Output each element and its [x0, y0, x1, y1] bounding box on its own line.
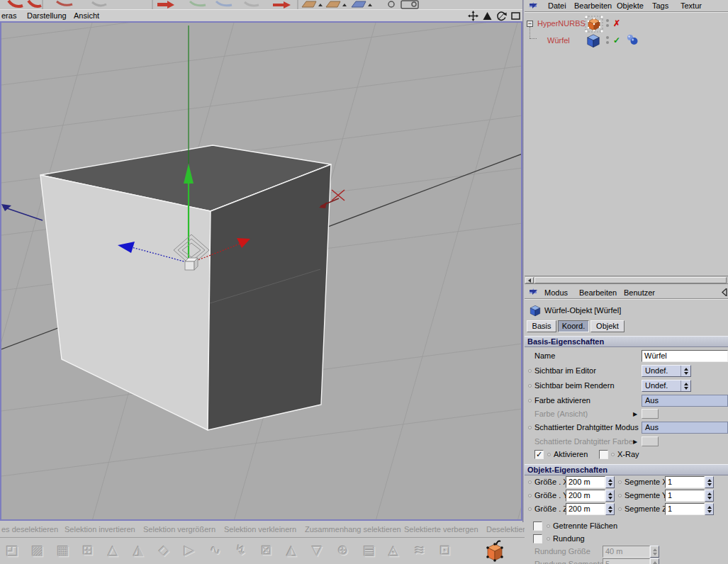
- phong-tag-icon[interactable]: [626, 33, 639, 47]
- anim-dot[interactable]: [528, 507, 532, 511]
- tool-icon[interactable]: ▽: [312, 542, 323, 558]
- om-menu-datei[interactable]: Datei: [548, 1, 566, 10]
- cmd-shrink-selection[interactable]: Selektion verkleinern: [224, 525, 296, 534]
- cmd-deselect-all[interactable]: es deselektieren: [1, 525, 58, 534]
- cube-object-icon[interactable]: [586, 33, 601, 50]
- anim-dot[interactable]: [547, 524, 550, 528]
- updown-icon[interactable]: [681, 366, 690, 376]
- pan-icon[interactable]: [467, 11, 478, 21]
- tool-icon[interactable]: ≋: [414, 542, 425, 558]
- sichtbar-rendern-dropdown[interactable]: Undef.: [642, 380, 691, 392]
- tool-icon[interactable]: ▤: [363, 542, 376, 558]
- name-input[interactable]: Würfel: [642, 350, 728, 362]
- tool-icon[interactable]: △: [108, 542, 118, 558]
- spinner-icon[interactable]: [605, 476, 615, 488]
- tool-icon[interactable]: ⊞: [82, 542, 94, 558]
- cube-object[interactable]: [40, 145, 331, 430]
- anim-dot[interactable]: [547, 537, 550, 541]
- menu-darstellung[interactable]: Darstellung: [27, 11, 67, 20]
- segmente-z-input[interactable]: 1: [665, 503, 705, 515]
- spinner-icon[interactable]: [705, 503, 714, 515]
- tool-icon[interactable]: ◰: [6, 542, 18, 558]
- anim-dot[interactable]: [528, 480, 532, 484]
- tool-icon[interactable]: ▷: [184, 542, 195, 558]
- am-menu-modus[interactable]: Modus: [544, 288, 568, 297]
- toggle-view-icon[interactable]: [510, 11, 521, 21]
- section-basis-eigenschaften[interactable]: Basis-Eigenschaften: [525, 336, 728, 347]
- aktivieren-checkbox[interactable]: ✓: [534, 450, 544, 459]
- anim-dot[interactable]: [547, 453, 551, 456]
- segmente-y-input[interactable]: 1: [665, 490, 705, 502]
- spinner-icon[interactable]: [705, 476, 714, 488]
- object-row-wuerfel[interactable]: Würfel ✓: [525, 31, 728, 48]
- color-swatch[interactable]: [642, 409, 659, 419]
- object-row-hypernurbs[interactable]: − HyperNURBS ✗: [525, 16, 728, 33]
- scroll-left-icon[interactable]: [525, 277, 534, 283]
- rundung-segmente-input[interactable]: 5: [603, 558, 650, 564]
- sichtbar-editor-dropdown[interactable]: Undef.: [642, 365, 691, 377]
- visibility-dots[interactable]: [606, 19, 609, 27]
- xray-checkbox[interactable]: [599, 450, 608, 459]
- groesse-y-input[interactable]: 200 m: [566, 490, 605, 502]
- expand-arrow-icon[interactable]: ▶: [633, 411, 637, 417]
- enable-toggle-on-icon[interactable]: ✓: [613, 35, 620, 45]
- cmd-invert-selection[interactable]: Selektion invertieren: [65, 525, 135, 534]
- 3d-viewport[interactable]: [0, 21, 522, 521]
- tab-objekt[interactable]: Objekt: [590, 320, 625, 332]
- collapse-icon[interactable]: −: [527, 21, 533, 27]
- spinner-icon[interactable]: [650, 558, 659, 564]
- c4d-logo-icon[interactable]: [528, 287, 538, 298]
- hypernurbs-tool-icon[interactable]: [483, 539, 506, 564]
- am-menu-bearbeiten[interactable]: Bearbeiten: [579, 288, 617, 297]
- groesse-x-input[interactable]: 200 m: [566, 476, 605, 488]
- scrollbar-thumb[interactable]: [534, 277, 727, 283]
- tool-icon[interactable]: ◇: [159, 542, 169, 558]
- main-toolbar[interactable]: [0, 0, 525, 9]
- menu-ansicht[interactable]: Ansicht: [74, 11, 99, 20]
- cmd-hide-selected[interactable]: Selektierte verbergen: [404, 525, 478, 534]
- tab-basis[interactable]: Basis: [527, 320, 556, 332]
- anim-dot[interactable]: [618, 480, 622, 484]
- enable-toggle-off-icon[interactable]: ✗: [613, 18, 620, 28]
- tool-icon[interactable]: ▦: [57, 542, 69, 558]
- drahtgitter-modus-dropdown[interactable]: Aus: [642, 422, 728, 434]
- anim-dot[interactable]: [618, 494, 622, 497]
- tool-icon[interactable]: ▨: [31, 542, 44, 558]
- tool-icon[interactable]: ∿: [210, 542, 221, 558]
- rundung-groesse-input[interactable]: 40 m: [603, 546, 650, 558]
- anim-dot[interactable]: [611, 453, 615, 456]
- tool-icon[interactable]: ⊡: [439, 542, 451, 558]
- anim-dot[interactable]: [618, 507, 622, 511]
- spinner-icon[interactable]: [605, 503, 615, 515]
- tool-icon[interactable]: ◬: [388, 542, 399, 558]
- anim-dot[interactable]: [528, 426, 532, 429]
- segmente-x-input[interactable]: 1: [665, 476, 705, 488]
- rotate-icon[interactable]: [495, 11, 507, 21]
- c4d-logo-icon[interactable]: [528, 1, 538, 11]
- menu-kameras[interactable]: eras: [1, 11, 16, 20]
- tool-icon[interactable]: ↯: [235, 542, 247, 558]
- spinner-icon[interactable]: [650, 546, 659, 558]
- panel-chevron-icon[interactable]: [721, 288, 727, 298]
- spinner-icon[interactable]: [605, 490, 615, 502]
- cmd-grow-selection[interactable]: Selektion vergrößern: [143, 525, 215, 534]
- expand-arrow-icon[interactable]: ▶: [633, 439, 637, 445]
- getrennte-flaechen-checkbox[interactable]: [533, 521, 542, 531]
- object-name[interactable]: HyperNURBS: [537, 19, 586, 28]
- rundung-checkbox[interactable]: [533, 534, 542, 543]
- farbe-aktivieren-dropdown[interactable]: Aus: [642, 395, 728, 407]
- origin-handle[interactable]: [185, 258, 198, 270]
- color-swatch[interactable]: [642, 436, 659, 446]
- am-menu-benutzer[interactable]: Benutzer: [624, 288, 655, 297]
- horizontal-scrollbar[interactable]: [525, 276, 728, 284]
- om-menu-bearbeiten[interactable]: Bearbeiten: [574, 1, 612, 10]
- groesse-z-input[interactable]: 200 m: [566, 503, 605, 515]
- om-menu-tags[interactable]: Tags: [652, 1, 668, 10]
- cmd-select-connected[interactable]: Zusammenhang selektieren: [305, 525, 401, 534]
- spinner-icon[interactable]: [705, 490, 714, 502]
- om-menu-textur[interactable]: Textur: [681, 1, 702, 10]
- cmd-deselect[interactable]: Deselektier: [486, 525, 525, 534]
- anim-dot[interactable]: [528, 369, 532, 373]
- anim-dot[interactable]: [528, 384, 532, 388]
- anim-dot[interactable]: [528, 399, 532, 402]
